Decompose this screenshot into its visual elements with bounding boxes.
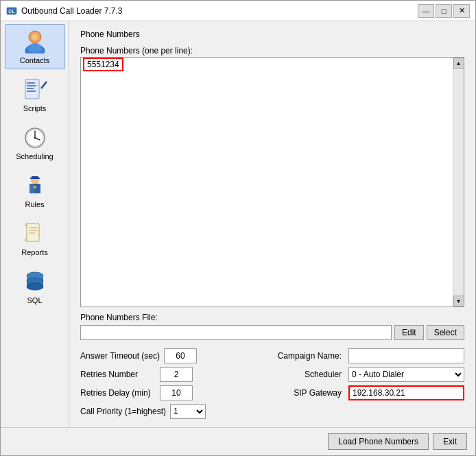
sip-gateway-label: SIP Gateway: [276, 388, 342, 398]
scheduler-label: Scheduler: [276, 370, 342, 379]
file-path-input[interactable]: [80, 325, 392, 340]
close-button[interactable]: ✕: [453, 4, 470, 18]
sidebar-item-rules[interactable]: Rules: [5, 168, 65, 213]
maximize-button[interactable]: □: [436, 4, 452, 18]
scripts-label: Scripts: [23, 104, 47, 112]
window-title: Outbound Call Loader 7.7.3: [21, 6, 122, 16]
phone-textarea[interactable]: [81, 58, 464, 307]
minimize-button[interactable]: —: [418, 4, 434, 18]
svg-point-31: [27, 283, 43, 290]
svg-rect-21: [30, 178, 40, 179]
sql-icon: [21, 269, 49, 295]
scheduling-label: Scheduling: [16, 152, 53, 160]
scheduler-row: Scheduler 0 - Auto Dialer 1 - Manual 2 -…: [276, 367, 464, 382]
svg-rect-7: [27, 82, 35, 84]
reports-icon: [21, 221, 49, 247]
svg-rect-10: [27, 91, 36, 92]
call-priority-row: Call Priority (1=highest) 1 2 3 4 5: [80, 404, 268, 419]
svg-text:CL: CL: [8, 9, 15, 14]
main-window: CL Outbound Call Loader 7.7.3 — □ ✕: [0, 0, 476, 456]
right-fields: Campaign Name: Scheduler 0 - Auto Dialer…: [276, 348, 464, 419]
svg-rect-23: [27, 224, 39, 241]
retries-number-input[interactable]: [160, 367, 193, 382]
svg-rect-19: [29, 184, 34, 193]
svg-rect-9: [27, 88, 34, 89]
sidebar-item-scheduling[interactable]: Scheduling: [5, 120, 65, 165]
sidebar: Contacts Scripts: [1, 21, 69, 427]
contacts-icon: [21, 29, 49, 55]
phone-numbers-label: Phone Numbers (one per line):: [80, 46, 464, 56]
retries-delay-input[interactable]: [160, 385, 193, 400]
content-area: Phone Numbers Phone Numbers (one per lin…: [69, 21, 475, 427]
scheduler-select[interactable]: 0 - Auto Dialer 1 - Manual 2 - Preview: [348, 367, 464, 382]
edit-button[interactable]: Edit: [394, 325, 424, 340]
svg-point-16: [34, 137, 36, 139]
select-button[interactable]: Select: [427, 325, 464, 340]
retries-number-row: Retries Number: [80, 367, 268, 382]
file-label: Phone Numbers File:: [80, 313, 464, 322]
reports-label: Reports: [21, 248, 48, 256]
file-section: Phone Numbers File: Edit Select: [80, 313, 464, 340]
sidebar-item-reports[interactable]: Reports: [5, 216, 65, 261]
sip-gateway-input[interactable]: [348, 385, 464, 400]
phone-textarea-wrapper: 5551234 ▲ ▼: [80, 57, 464, 307]
answer-timeout-label: Answer Timeout (sec): [80, 351, 160, 361]
scheduling-icon: [21, 125, 49, 151]
svg-point-5: [28, 43, 42, 53]
form-fields: Answer Timeout (sec) Retries Number Retr…: [80, 348, 464, 419]
campaign-name-label: Campaign Name:: [276, 351, 342, 361]
svg-marker-11: [40, 81, 47, 89]
call-priority-select[interactable]: 1 2 3 4 5: [170, 404, 206, 419]
sidebar-item-sql[interactable]: SQL: [5, 264, 65, 309]
load-phone-numbers-button[interactable]: Load Phone Numbers: [328, 433, 429, 450]
scrollbar[interactable]: ▲ ▼: [453, 58, 464, 307]
exit-button[interactable]: Exit: [433, 433, 467, 450]
app-icon: CL: [6, 5, 17, 16]
title-bar: CL Outbound Call Loader 7.7.3 — □ ✕: [1, 1, 475, 21]
retries-delay-label: Retries Delay (min): [80, 388, 156, 398]
svg-rect-8: [27, 85, 36, 86]
main-area: Contacts Scripts: [1, 21, 475, 427]
left-fields: Answer Timeout (sec) Retries Number Retr…: [80, 348, 268, 419]
rules-icon: [21, 173, 49, 199]
contacts-label: Contacts: [20, 56, 49, 64]
call-priority-label: Call Priority (1=highest): [80, 407, 166, 416]
scripts-icon: [21, 77, 49, 103]
retries-number-label: Retries Number: [80, 370, 156, 379]
answer-timeout-row: Answer Timeout (sec): [80, 348, 268, 363]
phone-numbers-group: Phone Numbers (one per line): 5551234 ▲ …: [80, 46, 464, 307]
rules-label: Rules: [25, 200, 44, 208]
sql-label: SQL: [27, 296, 42, 304]
retries-delay-row: Retries Delay (min): [80, 385, 268, 400]
scroll-down-arrow[interactable]: ▼: [453, 296, 464, 307]
section-title: Phone Numbers: [80, 29, 464, 39]
campaign-name-input[interactable]: [348, 348, 464, 363]
campaign-name-row: Campaign Name:: [276, 348, 464, 363]
sip-gateway-row: SIP Gateway: [276, 385, 464, 400]
answer-timeout-input[interactable]: [164, 348, 197, 363]
sidebar-item-scripts[interactable]: Scripts: [5, 72, 65, 117]
scroll-up-arrow[interactable]: ▲: [453, 58, 464, 69]
sidebar-item-contacts[interactable]: Contacts: [5, 24, 65, 69]
svg-point-4: [32, 34, 38, 40]
bottom-bar: Load Phone Numbers Exit: [1, 427, 475, 455]
